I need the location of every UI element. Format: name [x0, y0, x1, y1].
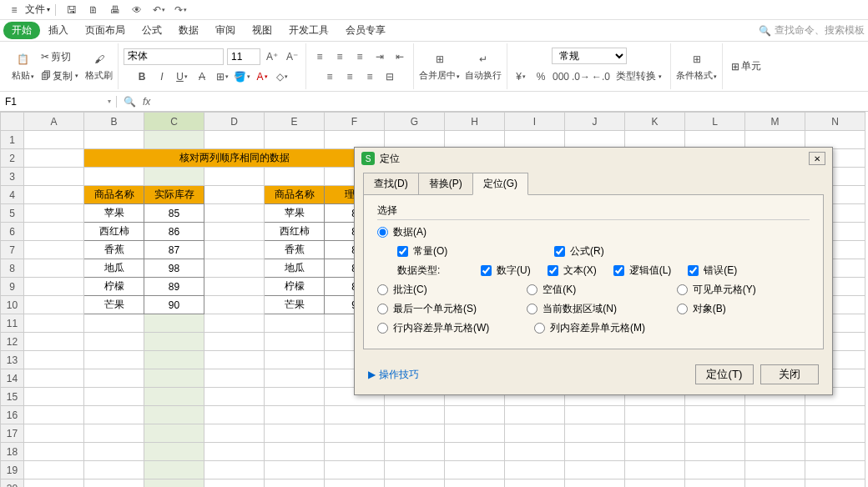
row-header[interactable]: 15: [1, 388, 24, 406]
cell[interactable]: [144, 443, 204, 461]
cell[interactable]: [24, 351, 84, 369]
cell[interactable]: [24, 168, 84, 186]
cell[interactable]: [24, 461, 84, 479]
italic-button[interactable]: I: [154, 68, 170, 85]
dialog-tab-goto[interactable]: 定位(G): [472, 173, 528, 195]
cell[interactable]: [84, 443, 144, 461]
cell[interactable]: [625, 424, 685, 443]
text-effect-button[interactable]: ◇: [274, 68, 290, 85]
cell[interactable]: [24, 479, 84, 488]
cell[interactable]: 柠檬: [265, 278, 325, 296]
col-header[interactable]: H: [445, 113, 505, 131]
cell[interactable]: [84, 168, 144, 186]
cell[interactable]: [204, 204, 265, 223]
cut-button[interactable]: ✂剪切: [38, 48, 82, 66]
cell[interactable]: [144, 333, 204, 351]
col-header[interactable]: N: [805, 113, 865, 131]
cell[interactable]: 地瓜: [265, 259, 325, 278]
cell[interactable]: [565, 406, 625, 424]
cell[interactable]: [805, 461, 865, 479]
undo-icon[interactable]: ↶: [150, 2, 167, 18]
print-icon[interactable]: 🖶: [107, 2, 124, 18]
cell[interactable]: [204, 278, 265, 296]
fill-color-button[interactable]: 🪣: [234, 68, 250, 85]
cell[interactable]: [385, 443, 445, 461]
cell[interactable]: [385, 406, 445, 424]
cond-format-button[interactable]: 条件格式: [676, 69, 717, 82]
dialog-titlebar[interactable]: S 定位 ✕: [355, 148, 832, 169]
copy-button[interactable]: 🗐复制: [38, 68, 82, 85]
cell[interactable]: [565, 443, 625, 461]
cell[interactable]: [204, 186, 265, 204]
font-size-select[interactable]: [227, 48, 260, 65]
cell[interactable]: 西红柿: [265, 223, 325, 241]
cell[interactable]: [625, 406, 685, 424]
radio-blank[interactable]: 空值(K): [527, 283, 659, 297]
cell[interactable]: [265, 168, 325, 186]
col-header[interactable]: F: [325, 113, 385, 131]
cell[interactable]: 地瓜: [84, 259, 144, 278]
distribute-icon[interactable]: ⊟: [381, 68, 398, 85]
row-header[interactable]: 16: [1, 406, 24, 424]
cell[interactable]: [625, 479, 685, 488]
align-left-icon[interactable]: ≡: [321, 68, 338, 85]
radio-comment[interactable]: 批注(C): [377, 283, 510, 297]
cell[interactable]: [24, 388, 84, 406]
cell[interactable]: [204, 406, 265, 424]
col-header[interactable]: M: [745, 113, 805, 131]
cell[interactable]: 89: [144, 278, 204, 296]
cell[interactable]: [745, 443, 805, 461]
cell[interactable]: [265, 443, 325, 461]
increase-decimal-icon[interactable]: .0→: [573, 68, 589, 85]
cell[interactable]: [84, 333, 144, 351]
border-button[interactable]: ⊞: [214, 68, 230, 85]
cell[interactable]: [144, 406, 204, 424]
type-convert-button[interactable]: 类型转换: [613, 68, 665, 85]
tab-layout[interactable]: 页面布局: [77, 20, 134, 41]
row-header[interactable]: 14: [1, 369, 24, 388]
paste-icon[interactable]: 📋: [15, 51, 32, 68]
align-middle-icon[interactable]: ≡: [331, 48, 348, 65]
print-preview-icon[interactable]: 👁: [129, 2, 145, 18]
row-header[interactable]: 18: [1, 443, 24, 461]
cell[interactable]: [84, 131, 144, 149]
fx-search-icon[interactable]: 🔍: [124, 96, 136, 108]
cell[interactable]: [204, 479, 265, 488]
row-header[interactable]: 6: [1, 223, 24, 241]
cell[interactable]: 芒果: [265, 296, 325, 314]
dialog-tab-find[interactable]: 查找(D): [363, 173, 419, 195]
cell[interactable]: [84, 461, 144, 479]
cell[interactable]: [505, 424, 565, 443]
cell[interactable]: [565, 461, 625, 479]
cell[interactable]: [565, 424, 625, 443]
cell[interactable]: 98: [144, 259, 204, 278]
cell[interactable]: [265, 369, 325, 388]
cell[interactable]: [325, 479, 385, 488]
cell[interactable]: [204, 131, 265, 149]
align-bottom-icon[interactable]: ≡: [351, 48, 368, 65]
save-icon[interactable]: 🖫: [63, 2, 80, 18]
cell[interactable]: [24, 333, 84, 351]
cell[interactable]: [625, 461, 685, 479]
cell[interactable]: [24, 369, 84, 388]
cell[interactable]: [445, 479, 505, 488]
cell[interactable]: [24, 204, 84, 223]
tips-link[interactable]: ▶操作技巧: [368, 368, 419, 382]
row-header[interactable]: 11: [1, 314, 24, 333]
cell[interactable]: [745, 406, 805, 424]
cell[interactable]: [505, 406, 565, 424]
cell[interactable]: [805, 443, 865, 461]
cell[interactable]: [685, 406, 745, 424]
cell[interactable]: [144, 424, 204, 443]
cell[interactable]: [204, 351, 265, 369]
cell[interactable]: [144, 369, 204, 388]
wrap-icon[interactable]: ↵: [475, 51, 492, 68]
tab-member[interactable]: 会员专享: [337, 20, 394, 41]
cell[interactable]: [805, 479, 865, 488]
cell[interactable]: [204, 443, 265, 461]
fx-label[interactable]: fx: [143, 96, 150, 108]
paste-button[interactable]: 粘贴: [12, 69, 34, 82]
format-painter-button[interactable]: 格式刷: [85, 69, 113, 82]
cell[interactable]: 商品名称: [265, 186, 325, 204]
increase-font-icon[interactable]: A⁺: [264, 48, 280, 65]
